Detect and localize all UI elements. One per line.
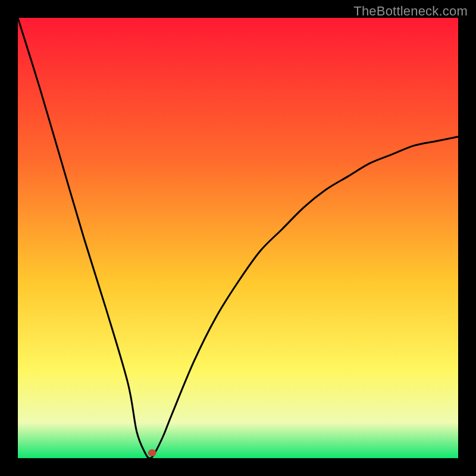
watermark-text: TheBottleneck.com — [353, 4, 468, 19]
plot-area — [18, 18, 458, 458]
minimum-marker — [148, 449, 156, 456]
bottleneck-chart — [18, 18, 458, 458]
chart-frame: TheBottleneck.com — [0, 0, 476, 476]
